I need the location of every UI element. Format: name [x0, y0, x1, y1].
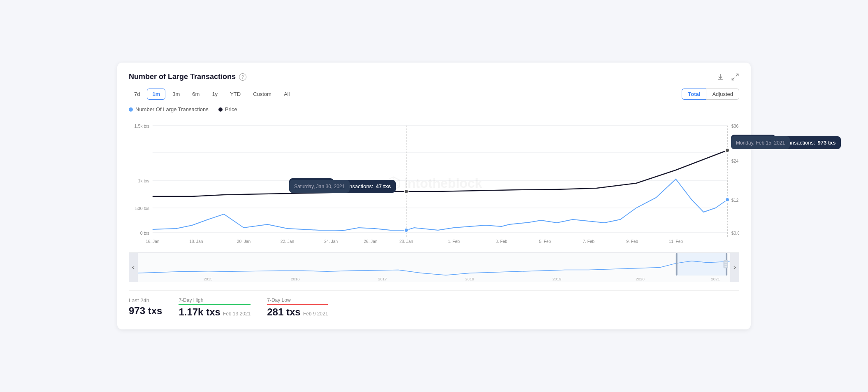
chart-legend: Number Of Large Transactions Price [129, 106, 739, 112]
time-btn-1m[interactable]: 1m [147, 89, 165, 100]
expand-button[interactable] [731, 73, 739, 81]
stat-low-label: 7-Day Low [267, 297, 328, 305]
svg-text:2017: 2017 [378, 277, 387, 281]
svg-text:2021: 2021 [711, 277, 719, 281]
svg-text:2019: 2019 [552, 277, 561, 281]
mini-chart-right-arrow[interactable] [730, 253, 739, 282]
svg-text:11. Feb: 11. Feb [669, 239, 683, 244]
legend-label-price: Price [225, 106, 237, 112]
view-toggle: Total Adjusted [682, 89, 739, 100]
legend-dot-price [218, 107, 223, 112]
stat-low: 7-Day Low 281 txs Feb 9 2021 [267, 297, 328, 318]
svg-text:20. Jan: 20. Jan [237, 239, 251, 244]
time-btn-all[interactable]: All [279, 89, 295, 100]
stat-high-date: Feb 13 2021 [223, 311, 251, 317]
svg-text:7. Feb: 7. Feb [583, 239, 594, 244]
tooltip-right-txs: Number of Large Transactions: 973 txs [731, 136, 841, 149]
legend-price: Price [218, 106, 237, 112]
svg-text:1. Feb: 1. Feb [448, 239, 460, 244]
svg-text:2020: 2020 [636, 277, 645, 281]
legend-txs: Number Of Large Transactions [129, 106, 209, 112]
chart-svg: 1.5k txs 1k txs 500 txs 0 txs $360.00 $2… [129, 117, 739, 249]
stat-low-value-row: 281 txs Feb 9 2021 [267, 306, 328, 318]
svg-rect-46 [676, 253, 678, 275]
svg-text:3. Feb: 3. Feb [495, 239, 507, 244]
legend-label-txs: Number Of Large Transactions [135, 106, 209, 112]
tooltip-right-date: Monday, Feb 15, 2021 [731, 136, 790, 149]
svg-point-24 [725, 148, 729, 152]
stats-row: Last 24h 973 txs 7-Day High 1.17k txs Fe… [129, 290, 739, 318]
help-icon[interactable]: ? [239, 73, 246, 81]
svg-text:1k txs: 1k txs [138, 178, 149, 183]
svg-text:2015: 2015 [204, 277, 212, 281]
header-left: Number of Large Transactions ? [129, 72, 246, 81]
tooltip-right-date-text: Monday, Feb 15, 2021 [736, 140, 785, 146]
svg-text:24. Jan: 24. Jan [324, 239, 338, 244]
tooltip-right-txs-label: Number of Large Transactions: [742, 140, 815, 146]
time-range-bar: 7d 1m 3m 6m 1y YTD Custom All Total Adju… [129, 89, 739, 100]
time-btn-custom[interactable]: Custom [248, 89, 277, 100]
stat-high-value-row: 1.17k txs Feb 13 2021 [179, 306, 251, 318]
time-btn-7d[interactable]: 7d [129, 89, 145, 100]
time-btn-ytd[interactable]: YTD [225, 89, 246, 100]
time-btn-1y[interactable]: 1y [207, 89, 223, 100]
stat-high-value: 1.17k txs [179, 306, 220, 318]
tooltip-right-price-value: $243.78 [751, 138, 771, 144]
svg-line-1 [732, 77, 735, 80]
chart-card: Number of Large Transactions ? 7d 1m 3m … [117, 63, 751, 329]
svg-text:$240.00: $240.00 [731, 159, 739, 163]
svg-text:$0.00: $0.00 [731, 231, 739, 236]
svg-point-23 [725, 198, 729, 202]
legend-dot-txs [129, 107, 133, 112]
svg-text:$120.00: $120.00 [731, 198, 739, 203]
svg-text:1.5k txs: 1.5k txs [135, 124, 150, 128]
stat-last24h: Last 24h 973 txs [129, 297, 162, 318]
svg-text:22. Jan: 22. Jan [281, 239, 294, 244]
svg-text:0 txs: 0 txs [140, 231, 150, 236]
stat-high: 7-Day High 1.17k txs Feb 13 2021 [179, 297, 251, 318]
svg-text:500 txs: 500 txs [135, 206, 150, 211]
svg-text:18. Jan: 18. Jan [189, 239, 203, 244]
stat-high-label: 7-Day High [179, 297, 251, 305]
svg-text:5. Feb: 5. Feb [539, 239, 551, 244]
stat-last24h-label: Last 24h [129, 297, 162, 303]
svg-point-22 [404, 189, 408, 194]
svg-line-0 [736, 74, 738, 76]
mini-chart-left-arrow[interactable] [129, 253, 138, 282]
stat-last24h-value: 973 txs [129, 305, 162, 317]
svg-text:28. Jan: 28. Jan [399, 239, 413, 244]
total-btn[interactable]: Total [682, 89, 706, 100]
svg-point-21 [404, 228, 408, 232]
header-actions [716, 73, 739, 81]
stat-low-date: Feb 9 2021 [303, 311, 328, 317]
main-chart: intotheblock 1.5k txs 1k txs 500 txs 0 t… [129, 117, 739, 249]
mini-chart-svg: 2015 2016 2017 2018 2019 2020 2021 [129, 253, 739, 282]
tooltip-right-txs-value: 973 txs [817, 140, 836, 146]
svg-text:2016: 2016 [291, 277, 299, 281]
stat-low-value: 281 txs [267, 306, 300, 318]
time-btn-3m[interactable]: 3m [167, 89, 185, 100]
page-title: Number of Large Transactions [129, 72, 236, 81]
svg-rect-38 [676, 253, 727, 275]
svg-text:9. Feb: 9. Feb [626, 239, 638, 244]
svg-text:26. Jan: 26. Jan [364, 239, 377, 244]
svg-text:$360.00: $360.00 [731, 124, 739, 128]
adjusted-btn[interactable]: Adjusted [706, 89, 739, 100]
mini-chart-wrapper: 2015 2016 2017 2018 2019 2020 2021 [129, 252, 739, 282]
svg-text:2018: 2018 [465, 277, 474, 281]
chart-header: Number of Large Transactions ? [129, 72, 739, 81]
download-button[interactable] [716, 73, 724, 81]
svg-text:16. Jan: 16. Jan [146, 239, 159, 244]
time-btn-6m[interactable]: 6m [187, 89, 205, 100]
